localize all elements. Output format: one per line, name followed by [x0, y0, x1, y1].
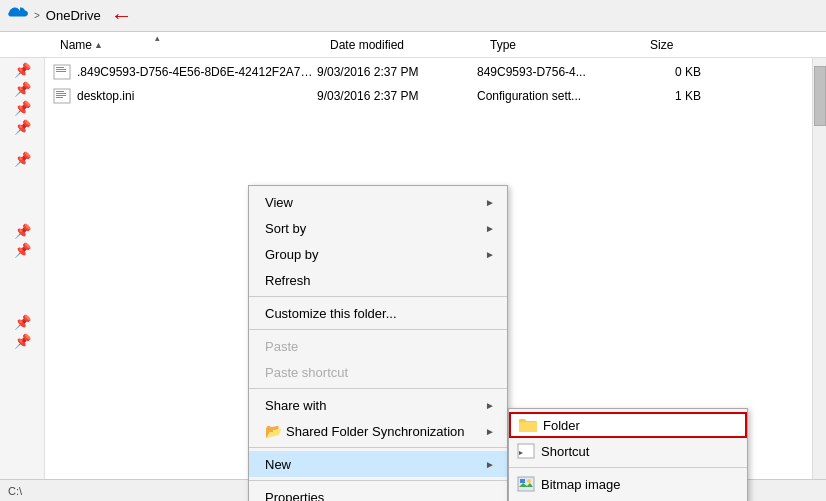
submenu-bitmap-label: Bitmap image — [541, 477, 620, 492]
submenu-shortcut[interactable]: Shortcut — [509, 438, 747, 464]
header-bar: > OneDrive ← ▴ — [0, 0, 826, 32]
ctx-paste-shortcut-label: Paste shortcut — [265, 365, 348, 380]
bitmap-icon — [517, 475, 535, 493]
pin-item-4[interactable]: 📌 — [14, 119, 30, 135]
col-header-name[interactable]: Name ▲ — [60, 38, 330, 52]
name-sort-arrow: ▴ — [155, 33, 160, 43]
file-date-1: 9/03/2016 2:37 PM — [317, 65, 477, 79]
col-header-date[interactable]: Date modified — [330, 38, 490, 52]
ctx-sort-by[interactable]: Sort by ► — [249, 215, 507, 241]
bottom-bar-text: C:\ — [8, 485, 22, 497]
ctx-properties-label: Properties — [265, 490, 324, 502]
ctx-shared-folder-sync-label: Shared Folder Synchronization — [286, 424, 465, 439]
ctx-sort-by-label: Sort by — [265, 221, 306, 236]
pin-item-7[interactable]: 📌 — [14, 242, 30, 258]
ctx-customize-label: Customize this folder... — [265, 306, 397, 321]
ctx-new-arrow: ► — [485, 459, 495, 470]
ctx-shared-folder-sync-left: 📂 Shared Folder Synchronization — [265, 423, 465, 439]
ini-file-icon — [53, 88, 71, 104]
shared-folder-sync-icon: 📂 — [265, 423, 282, 439]
table-row[interactable]: desktop.ini 9/03/2016 2:37 PM Configurat… — [45, 84, 826, 108]
pin-item-8[interactable]: 📌 — [14, 314, 30, 330]
scrollbar[interactable] — [812, 58, 826, 501]
svg-rect-12 — [520, 479, 525, 483]
ctx-share-with-label: Share with — [265, 398, 326, 413]
ctx-view[interactable]: View ► — [249, 189, 507, 215]
red-arrow-indicator: ← — [111, 3, 133, 29]
submenu-bitmap[interactable]: Bitmap image — [509, 471, 747, 497]
breadcrumb-separator: > — [34, 10, 40, 21]
ctx-sep-3 — [249, 388, 507, 389]
ctx-sep-1 — [249, 296, 507, 297]
file-icon — [53, 64, 71, 80]
col-header-type[interactable]: Type — [490, 38, 650, 52]
ctx-group-by[interactable]: Group by ► — [249, 241, 507, 267]
svg-point-13 — [527, 479, 531, 483]
ctx-shared-folder-sync-arrow: ► — [485, 426, 495, 437]
ctx-paste[interactable]: Paste — [249, 333, 507, 359]
file-name-2: desktop.ini — [77, 89, 317, 103]
ctx-paste-shortcut[interactable]: Paste shortcut — [249, 359, 507, 385]
context-menu: View ► Sort by ► Group by ► Refresh Cust… — [248, 185, 508, 501]
col-header-size[interactable]: Size — [650, 38, 730, 52]
onedrive-icon — [8, 7, 28, 24]
ctx-sep-2 — [249, 329, 507, 330]
ctx-new[interactable]: New ► — [249, 451, 507, 477]
ctx-share-with-arrow: ► — [485, 400, 495, 411]
ctx-new-label: New — [265, 457, 291, 472]
submenu-folder[interactable]: Folder — [509, 412, 747, 438]
ctx-share-with[interactable]: Share with ► — [249, 392, 507, 418]
column-headers: Name ▲ Date modified Type Size — [0, 32, 826, 58]
pin-item-9[interactable]: 📌 — [14, 333, 30, 349]
new-submenu: Folder Shortcut Bitm — [508, 408, 748, 501]
ctx-sort-by-arrow: ► — [485, 223, 495, 234]
submenu-contact[interactable]: Contact — [509, 497, 747, 501]
pin-item-2[interactable]: 📌 — [14, 81, 30, 97]
ctx-customize[interactable]: Customize this folder... — [249, 300, 507, 326]
file-size-2: 1 KB — [637, 89, 717, 103]
breadcrumb-title[interactable]: OneDrive — [46, 8, 101, 23]
ctx-properties[interactable]: Properties — [249, 484, 507, 501]
pin-item-6[interactable]: 📌 — [14, 223, 30, 239]
submenu-folder-label: Folder — [543, 418, 580, 433]
ctx-group-by-label: Group by — [265, 247, 318, 262]
ctx-sep-4 — [249, 447, 507, 448]
ctx-group-by-arrow: ► — [485, 249, 495, 260]
svg-rect-7 — [56, 95, 66, 96]
pin-item-3[interactable]: 📌 — [14, 100, 30, 116]
svg-rect-5 — [56, 91, 64, 92]
folder-icon — [519, 416, 537, 434]
svg-rect-2 — [56, 69, 66, 70]
name-sort-icon: ▲ — [94, 40, 103, 50]
left-sidebar: 📌 📌 📌 📌 📌 📌 📌 📌 📌 — [0, 58, 45, 501]
explorer-window: > OneDrive ← ▴ Name ▲ Date modified Type… — [0, 0, 826, 501]
svg-rect-3 — [56, 71, 66, 72]
submenu-shortcut-label: Shortcut — [541, 444, 589, 459]
svg-rect-8 — [56, 97, 63, 98]
svg-rect-1 — [56, 67, 64, 68]
ctx-refresh-label: Refresh — [265, 273, 311, 288]
svg-rect-9 — [518, 444, 534, 458]
file-type-1: 849C9593-D756-4... — [477, 65, 637, 79]
scroll-thumb[interactable] — [814, 66, 826, 126]
file-type-2: Configuration sett... — [477, 89, 637, 103]
ctx-view-label: View — [265, 195, 293, 210]
shortcut-icon — [517, 442, 535, 460]
ctx-paste-label: Paste — [265, 339, 298, 354]
file-date-2: 9/03/2016 2:37 PM — [317, 89, 477, 103]
pin-item-5[interactable]: 📌 — [14, 151, 30, 167]
ctx-shared-folder-sync[interactable]: 📂 Shared Folder Synchronization ► — [249, 418, 507, 444]
ctx-sep-5 — [249, 480, 507, 481]
ctx-refresh[interactable]: Refresh — [249, 267, 507, 293]
table-row[interactable]: .849C9593-D756-4E56-8D6E-42412F2A707B 9/… — [45, 60, 826, 84]
file-name-1: .849C9593-D756-4E56-8D6E-42412F2A707B — [77, 65, 317, 79]
pin-item-1[interactable]: 📌 — [14, 62, 30, 78]
file-size-1: 0 KB — [637, 65, 717, 79]
svg-rect-6 — [56, 93, 66, 94]
ctx-view-arrow: ► — [485, 197, 495, 208]
submenu-sep-1 — [509, 467, 747, 468]
